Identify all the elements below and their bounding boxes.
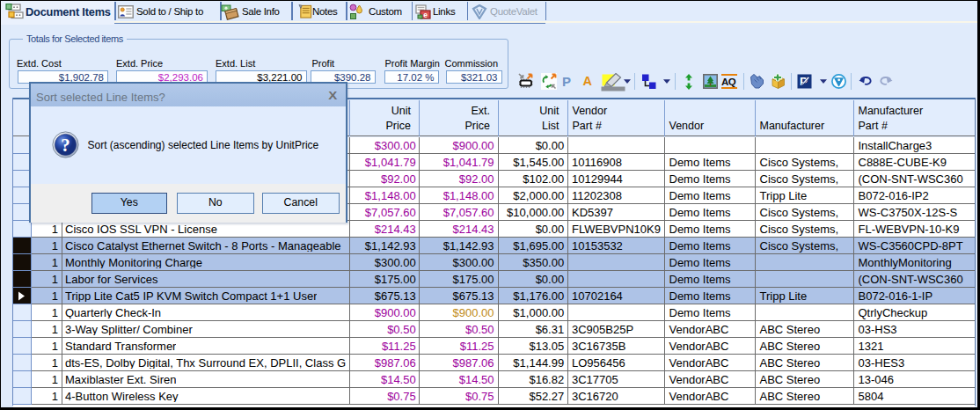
svg-text:e: e xyxy=(423,11,428,19)
svg-text:?: ? xyxy=(61,135,70,156)
